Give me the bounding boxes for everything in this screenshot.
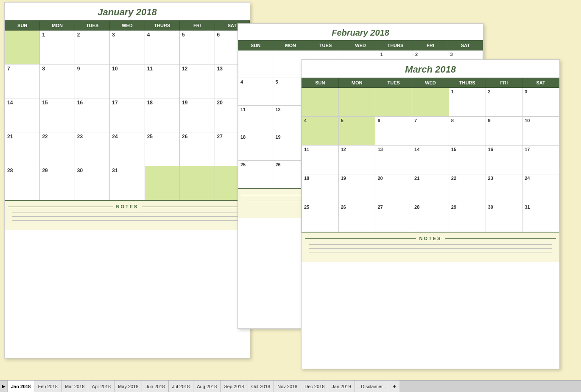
day-cell: 17 bbox=[110, 98, 145, 132]
day-cell bbox=[302, 88, 339, 117]
day-cell: 7 bbox=[412, 117, 449, 146]
day-cell: 16 bbox=[75, 98, 109, 132]
day-cell: 4 bbox=[145, 31, 179, 64]
january-title: January 2018 bbox=[5, 3, 250, 20]
day-cell: 12 bbox=[180, 64, 215, 98]
col-wed: WED bbox=[412, 78, 449, 88]
day-cell: 26 bbox=[180, 132, 215, 166]
col-wed: WED bbox=[110, 21, 145, 31]
notes-line bbox=[309, 244, 552, 245]
day-cell: 14 bbox=[5, 98, 40, 132]
col-fri: FRI bbox=[486, 78, 522, 88]
tab-sep-2018[interactable]: Sep 2018 bbox=[221, 381, 248, 392]
day-cell: 11 bbox=[145, 64, 179, 98]
col-sun: SUN bbox=[238, 41, 273, 50]
tab-prev-arrow[interactable]: ▶ bbox=[0, 381, 8, 392]
day-cell: 1 bbox=[40, 31, 75, 64]
day-cell: 2 bbox=[486, 88, 522, 117]
day-cell: 19 bbox=[180, 98, 215, 132]
day-cell: 1 bbox=[449, 88, 486, 117]
day-cell: 19 bbox=[338, 174, 375, 203]
main-area: January 2018 SUN MON TUES WED THURS FRI … bbox=[0, 0, 581, 380]
tab-aug-2018[interactable]: Aug 2018 bbox=[193, 381, 221, 392]
notes-line bbox=[12, 213, 242, 213]
notes-line bbox=[309, 248, 552, 249]
notes-line bbox=[12, 220, 242, 221]
day-cell: 29 bbox=[449, 203, 486, 232]
day-cell: 25 bbox=[238, 161, 273, 188]
day-cell: 22 bbox=[449, 174, 486, 203]
tab-add-button[interactable]: + bbox=[389, 381, 399, 392]
day-cell: 23 bbox=[75, 132, 109, 166]
day-cell: 9 bbox=[75, 64, 109, 98]
tab-oct-2018[interactable]: Oct 2018 bbox=[248, 381, 274, 392]
col-sun: SUN bbox=[5, 21, 40, 31]
day-cell: 18 bbox=[238, 133, 273, 161]
col-mon: MON bbox=[273, 41, 308, 50]
table-row: 21 22 23 24 25 26 27 bbox=[5, 132, 250, 166]
day-cell: 20 bbox=[375, 174, 412, 203]
tab-apr-2018[interactable]: Apr 2018 bbox=[88, 381, 115, 392]
day-cell: 30 bbox=[486, 203, 522, 232]
day-cell: 24 bbox=[110, 132, 145, 166]
day-cell: 10 bbox=[110, 64, 145, 98]
notes-line bbox=[309, 252, 552, 252]
tab-jun-2018[interactable]: Jun 2018 bbox=[142, 381, 168, 392]
day-cell: 21 bbox=[412, 174, 449, 203]
notes-section: NOTES bbox=[302, 232, 559, 262]
day-cell: 25 bbox=[145, 132, 179, 166]
day-cell: 31 bbox=[110, 166, 145, 200]
col-tue: TUES bbox=[375, 78, 412, 88]
tab-disclaimer[interactable]: - Disclaimer - bbox=[355, 381, 390, 392]
day-cell bbox=[145, 166, 179, 200]
day-cell: 28 bbox=[412, 203, 449, 232]
col-mon: MON bbox=[40, 21, 75, 31]
day-cell: 28 bbox=[5, 166, 40, 200]
day-cell: 15 bbox=[449, 146, 486, 174]
day-cell: 24 bbox=[522, 174, 559, 203]
tab-mar-2018[interactable]: Mar 2018 bbox=[61, 381, 88, 392]
notes-label: NOTES bbox=[305, 236, 556, 241]
day-cell: 12 bbox=[338, 146, 375, 174]
day-cell: 2 bbox=[75, 31, 109, 64]
tab-may-2018[interactable]: May 2018 bbox=[115, 381, 142, 392]
day-cell: 18 bbox=[302, 174, 339, 203]
day-cell: 27 bbox=[375, 203, 412, 232]
day-cell: 25 bbox=[302, 203, 339, 232]
tab-jul-2018[interactable]: Jul 2018 bbox=[169, 381, 194, 392]
table-row: 1 2 3 4 5 6 bbox=[5, 31, 250, 64]
day-cell: 7 bbox=[5, 64, 40, 98]
day-cell: 9 bbox=[486, 117, 522, 146]
col-sat: SAT bbox=[522, 78, 559, 88]
col-tue: TUES bbox=[75, 21, 109, 31]
day-cell: 4 bbox=[238, 78, 273, 106]
tab-feb-2018[interactable]: Feb 2018 bbox=[34, 381, 61, 392]
day-cell: 17 bbox=[522, 146, 559, 174]
table-row: 11 12 13 14 15 16 17 bbox=[302, 146, 559, 174]
day-cell bbox=[180, 166, 215, 200]
tab-jan-2019[interactable]: Jan 2019 bbox=[328, 381, 355, 392]
day-cell: 16 bbox=[486, 146, 522, 174]
day-cell: 26 bbox=[338, 203, 375, 232]
table-row: 4 5 6 7 8 9 10 bbox=[302, 117, 559, 146]
tab-jan-2018[interactable]: Jan 2018 bbox=[8, 381, 34, 392]
march-grid: SUN MON TUES WED THURS FRI SAT 1 2 bbox=[302, 78, 559, 232]
table-row: 14 15 16 17 18 19 20 bbox=[5, 98, 250, 132]
tab-bar: ▶ Jan 2018 Feb 2018 Mar 2018 Apr 2018 Ma… bbox=[0, 380, 581, 392]
day-cell: 31 bbox=[522, 203, 559, 232]
table-row: 7 8 9 10 11 12 13 bbox=[5, 64, 250, 98]
notes-section: NOTES bbox=[5, 200, 250, 230]
day-cell: 18 bbox=[145, 98, 179, 132]
day-cell: 21 bbox=[5, 132, 40, 166]
col-thu: THURS bbox=[145, 21, 179, 31]
day-cell: 8 bbox=[449, 117, 486, 146]
day-cell bbox=[338, 88, 375, 117]
table-row: 28 29 30 31 bbox=[5, 166, 250, 200]
tab-dec-2018[interactable]: Dec 2018 bbox=[301, 381, 328, 392]
notes-label: NOTES bbox=[8, 204, 246, 209]
day-cell: 6 bbox=[375, 117, 412, 146]
tab-nov-2018[interactable]: Nov 2018 bbox=[274, 381, 301, 392]
day-cell: 3 bbox=[110, 31, 145, 64]
col-fri: FRI bbox=[413, 41, 448, 50]
col-thu: THURS bbox=[449, 78, 486, 88]
